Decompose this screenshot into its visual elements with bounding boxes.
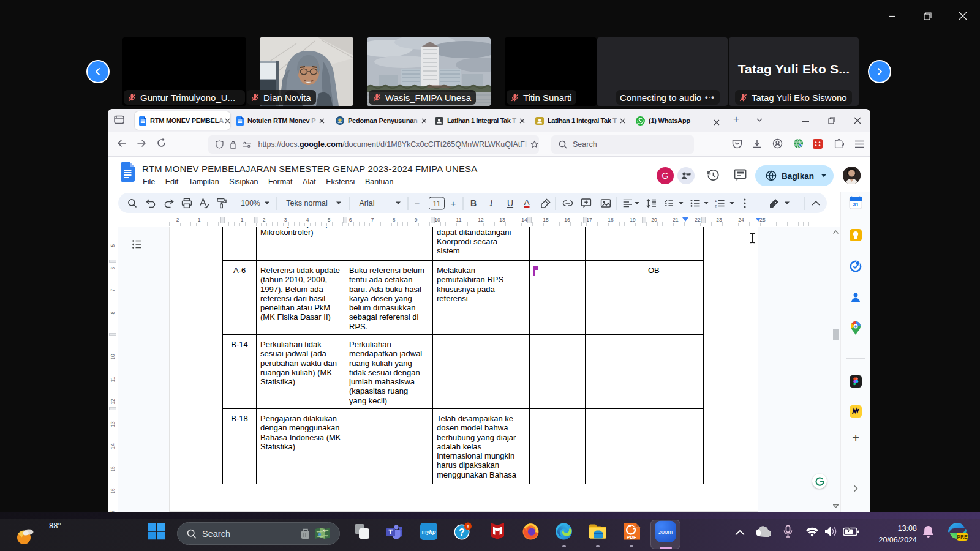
svg-text:zoom: zoom: [658, 528, 673, 535]
svg-text:myhp: myhp: [422, 529, 436, 535]
svg-text:?: ?: [459, 527, 465, 538]
svg-text:1: 1: [715, 199, 717, 203]
svg-text:PDF: PDF: [627, 534, 636, 540]
svg-text:!: !: [467, 523, 469, 530]
svg-text:31: 31: [853, 201, 859, 208]
svg-text:2: 2: [715, 204, 717, 207]
svg-text:PRE: PRE: [957, 534, 968, 540]
